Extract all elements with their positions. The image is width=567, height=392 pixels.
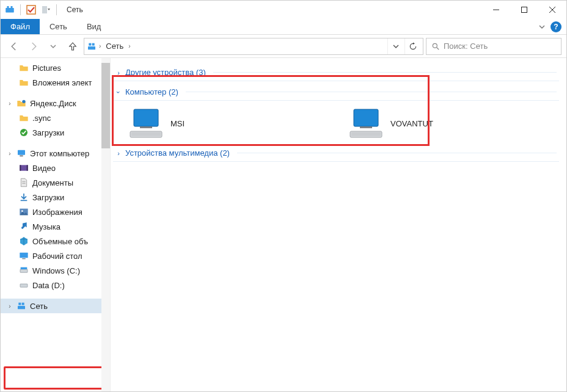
- svg-line-13: [437, 47, 439, 49]
- tree-item-label: Загрузки: [32, 128, 64, 137]
- group-label: Компьютер (2): [125, 87, 178, 96]
- group-label: Устройства мультимедиа (2): [125, 148, 230, 158]
- tree-item-music[interactable]: Музыка: [1, 219, 110, 234]
- tree-item-label: Data (D:): [32, 281, 65, 290]
- computer-item[interactable]: MSI: [129, 108, 312, 139]
- address-dropdown-icon[interactable]: [387, 38, 403, 54]
- tree-item-label: Загрузки: [32, 193, 64, 202]
- qat-dropdown-icon[interactable]: [39, 3, 53, 16]
- document-icon: [19, 178, 29, 187]
- tree-item-drive-c[interactable]: Windows (C:): [1, 263, 110, 278]
- breadcrumb-segment[interactable]: Сеть: [103, 40, 126, 52]
- scrollbar-thumb[interactable]: [101, 63, 110, 148]
- ribbon-collapse-icon[interactable]: [538, 23, 546, 31]
- navigation-row: › Сеть › Поиск: Сеть: [1, 35, 566, 58]
- pc-icon: [16, 148, 26, 158]
- search-input[interactable]: Поиск: Сеть: [426, 38, 562, 55]
- computer-label: VOVANTUT: [390, 119, 433, 128]
- svg-rect-30: [20, 284, 27, 287]
- recent-dropdown-icon[interactable]: [45, 38, 62, 55]
- forward-button[interactable]: [25, 38, 42, 55]
- yandex-icon: [16, 98, 26, 108]
- svg-rect-1: [7, 6, 9, 8]
- close-button[interactable]: [538, 1, 566, 19]
- address-bar[interactable]: › Сеть ›: [84, 38, 423, 55]
- computer-icon: [129, 108, 163, 139]
- tab-view[interactable]: Вид: [77, 19, 111, 34]
- qat-properties-icon[interactable]: [24, 3, 38, 16]
- svg-rect-9: [88, 46, 95, 49]
- group-label: Другие устройства (3): [125, 68, 206, 77]
- group-computer[interactable]: › Компьютер (2): [113, 84, 559, 101]
- separator: [20, 4, 21, 15]
- tree-item-network[interactable]: › Сеть: [1, 299, 110, 313]
- tree-item-attachments[interactable]: Вложения элект: [1, 75, 110, 90]
- tree-item-images[interactable]: Изображения: [1, 205, 110, 219]
- tree-item-thispc[interactable]: › Этот компьютер: [1, 146, 110, 161]
- desktop-icon: [19, 251, 29, 261]
- tree-item-label: Объемные объ: [32, 237, 88, 246]
- back-button[interactable]: [5, 38, 23, 55]
- group-multimedia[interactable]: › Устройства мультимедиа (2): [113, 145, 559, 162]
- group-other-devices[interactable]: › Другие устройства (3): [113, 64, 559, 81]
- svg-rect-0: [5, 8, 14, 13]
- folder-icon: [19, 78, 29, 87]
- tree-item-desktop[interactable]: Рабочий стол: [1, 249, 110, 263]
- svg-rect-11: [92, 43, 95, 45]
- music-icon: [19, 222, 29, 231]
- svg-rect-20: [27, 165, 28, 170]
- tree-item-downloads[interactable]: Загрузки: [1, 190, 110, 205]
- search-icon: [431, 42, 440, 51]
- tree-item-3d[interactable]: Объемные объ: [1, 234, 110, 249]
- tree-item-pictures[interactable]: Pictures: [1, 60, 110, 75]
- breadcrumb-icon: [87, 42, 97, 51]
- tree-item-documents[interactable]: Документы: [1, 175, 110, 190]
- sidebar: Pictures Вложения элект › Яндекс.Диск .s…: [1, 58, 111, 391]
- tree-item-label: Pictures: [32, 64, 61, 73]
- computer-label: MSI: [170, 119, 185, 128]
- tab-file[interactable]: Файл: [1, 19, 40, 34]
- folder-icon: [19, 63, 29, 73]
- refresh-button[interactable]: [404, 38, 420, 54]
- tree-item-zagruzki[interactable]: Загрузки: [1, 125, 110, 140]
- tree-item-label: Этот компьютер: [30, 149, 89, 158]
- svg-rect-33: [22, 303, 24, 305]
- tree-item-video[interactable]: Видео: [1, 161, 110, 175]
- tree-item-label: Рабочий стол: [32, 252, 82, 261]
- check-icon: [19, 128, 29, 137]
- breadcrumb-chevron-icon[interactable]: ›: [99, 43, 101, 49]
- chevron-right-icon: ›: [115, 150, 122, 157]
- tree-item-label: Сеть: [30, 302, 48, 311]
- maximize-button[interactable]: [510, 1, 538, 19]
- drive-icon: [19, 266, 29, 275]
- computer-item[interactable]: VOVANTUT: [349, 108, 532, 139]
- up-button[interactable]: [64, 38, 81, 55]
- expand-icon[interactable]: ›: [7, 100, 13, 107]
- network-icon: [16, 301, 26, 311]
- svg-rect-32: [18, 303, 21, 305]
- download-icon: [19, 192, 29, 202]
- tree-item-drive-d[interactable]: Data (D:): [1, 278, 110, 292]
- scrollbar[interactable]: [101, 58, 110, 391]
- titlebar: Сеть: [1, 1, 566, 19]
- tree-item-yandex[interactable]: › Яндекс.Диск: [1, 96, 110, 111]
- drive-icon: [19, 280, 29, 290]
- expand-icon[interactable]: ›: [7, 303, 13, 310]
- expand-icon[interactable]: ›: [7, 150, 13, 157]
- help-icon[interactable]: ?: [551, 21, 562, 32]
- cube-icon: [19, 236, 29, 246]
- tree-item-label: Изображения: [32, 208, 82, 217]
- svg-rect-4: [42, 6, 47, 13]
- chevron-right-icon: ›: [115, 69, 122, 76]
- tab-network[interactable]: Сеть: [40, 19, 77, 34]
- ribbon: Файл Сеть Вид ?: [1, 19, 566, 35]
- app-icon: [3, 3, 16, 16]
- chevron-down-icon: ›: [115, 89, 122, 95]
- minimize-button[interactable]: [482, 1, 510, 19]
- breadcrumb-chevron-icon[interactable]: ›: [128, 43, 130, 49]
- tree-item-sync[interactable]: .sync: [1, 111, 110, 125]
- tree-item-label: Яндекс.Диск: [30, 99, 76, 108]
- tree-item-label: Видео: [32, 164, 56, 173]
- folder-icon: [19, 113, 29, 123]
- svg-point-25: [21, 210, 23, 212]
